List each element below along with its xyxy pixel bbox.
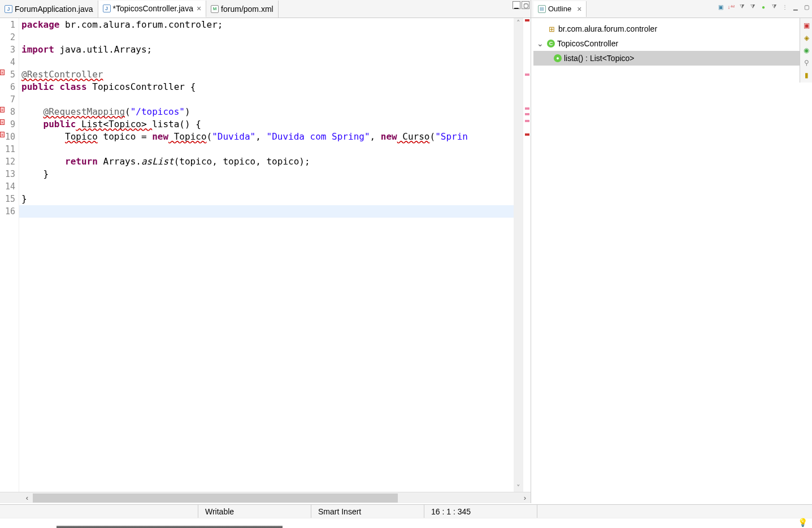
line-number-gutter: 1 2 3 4 5 6 7 8 9 10 11 12 13 14 15 16 xyxy=(0,18,19,492)
marker[interactable] xyxy=(525,73,529,76)
outline-icon: ▤ xyxy=(538,5,546,13)
horizontal-scrollbar[interactable]: ‹ › xyxy=(0,492,531,503)
code-text-area[interactable]: package br.com.alura.forum.controler; im… xyxy=(19,18,514,492)
editor-tab-bar: J ForumApplication.java J *TopicosContro… xyxy=(0,0,531,18)
vertical-scrollbar[interactable]: ˄ ˅ xyxy=(514,18,523,492)
hint-bulb-icon[interactable]: 💡 xyxy=(798,518,807,527)
method-icon: ● xyxy=(554,54,562,62)
scroll-up-icon[interactable]: ˄ xyxy=(514,18,523,27)
minimize-icon[interactable]: ▁ xyxy=(791,2,800,11)
outline-header: ▤ Outline × ▣ ↓ᵃᶻ ⧩ ⧩ ● ⧩ ⋮ ▁ ▢ xyxy=(531,0,812,18)
error-marker[interactable] xyxy=(525,133,529,136)
tab-topicos-controller[interactable]: J *TopicosController.java × xyxy=(98,1,207,18)
status-insert-mode: Smart Insert xyxy=(311,505,424,518)
collapse-icon[interactable]: ⌄ xyxy=(537,39,545,48)
bookmark-icon[interactable]: ▮ xyxy=(801,70,811,80)
outline-title: Outline xyxy=(548,5,571,13)
outline-method[interactable]: ● lista() : List<Topico> xyxy=(533,51,810,66)
maximize-button[interactable]: ▢ xyxy=(522,1,529,9)
xml-file-icon: M xyxy=(211,5,219,13)
tab-label: *TopicosController.java xyxy=(113,4,193,13)
maximize-icon[interactable]: ▢ xyxy=(802,2,811,11)
outline-close-icon[interactable]: × xyxy=(577,5,581,14)
java-file-icon: J xyxy=(103,5,111,12)
status-cursor-position: 16 : 1 : 345 xyxy=(424,505,537,518)
class-icon: C xyxy=(547,40,555,47)
status-bar: Writable Smart Insert 16 : 1 : 345 xyxy=(0,504,812,518)
tab-label: ForumApplication.java xyxy=(15,5,93,14)
search-icon[interactable]: ⚲ xyxy=(801,58,811,68)
focus-icon[interactable]: ▣ xyxy=(716,2,725,11)
sort-icon[interactable]: ↓ᵃᶻ xyxy=(727,2,736,11)
coverage-icon[interactable]: ◈ xyxy=(801,33,811,43)
error-marker[interactable] xyxy=(525,19,529,21)
status-empty xyxy=(0,505,198,518)
filter-static-icon[interactable]: ⧩ xyxy=(748,2,757,11)
error-marker-icon[interactable]: × xyxy=(0,70,5,75)
outline-package[interactable]: br.com.alura.forum.controler xyxy=(533,21,810,36)
right-toolbar: ▣ ◈ ◉ ⚲ ▮ xyxy=(800,18,812,83)
outline-class[interactable]: ⌄ C TopicosController xyxy=(533,36,810,51)
tab-pom-xml[interactable]: M forum/pom.xml xyxy=(206,1,279,18)
status-writable: Writable xyxy=(198,505,311,518)
outline-tree[interactable]: br.com.alura.forum.controler ⌄ C Topicos… xyxy=(531,18,812,503)
marker[interactable] xyxy=(525,107,529,110)
filter-fields-icon[interactable]: ⧩ xyxy=(737,2,746,11)
package-icon xyxy=(547,24,556,33)
scroll-left-icon[interactable]: ‹ xyxy=(21,494,33,502)
code-editor[interactable]: × × × × 1 2 3 4 5 6 7 8 9 10 11 12 13 14 xyxy=(0,18,531,492)
overview-ruler[interactable] xyxy=(523,18,531,492)
scrollbar-thumb[interactable] xyxy=(33,494,398,503)
filter-local-icon[interactable]: ⧩ xyxy=(770,2,779,11)
task-list-icon[interactable]: ▣ xyxy=(801,20,811,31)
tab-close-icon[interactable]: × xyxy=(197,4,201,13)
view-menu-icon[interactable]: ⋮ xyxy=(780,2,789,11)
scroll-down-icon[interactable]: ˅ xyxy=(514,483,523,492)
minimize-button[interactable]: ▁ xyxy=(513,1,520,9)
error-marker-icon[interactable]: × xyxy=(0,119,5,125)
marker[interactable] xyxy=(525,120,529,122)
bottom-bar: 💡 xyxy=(0,518,812,528)
tab-forum-application[interactable]: J ForumApplication.java xyxy=(0,1,98,18)
java-file-icon: J xyxy=(5,5,12,13)
scroll-right-icon[interactable]: › xyxy=(519,494,531,502)
error-marker-icon[interactable]: × xyxy=(0,132,5,137)
debug-icon[interactable]: ◉ xyxy=(801,45,811,55)
outline-tab[interactable]: ▤ Outline × xyxy=(533,1,587,17)
filter-public-icon[interactable]: ● xyxy=(759,2,768,11)
editor-panel: J ForumApplication.java J *TopicosContro… xyxy=(0,0,531,503)
marker[interactable] xyxy=(525,113,529,115)
tab-label: forum/pom.xml xyxy=(221,5,273,14)
error-marker-icon[interactable]: × xyxy=(0,107,5,112)
progress-accent xyxy=(57,526,283,528)
outline-panel: ▤ Outline × ▣ ↓ᵃᶻ ⧩ ⧩ ● ⧩ ⋮ ▁ ▢ br.com.a… xyxy=(531,0,812,503)
status-spacer xyxy=(537,505,812,518)
